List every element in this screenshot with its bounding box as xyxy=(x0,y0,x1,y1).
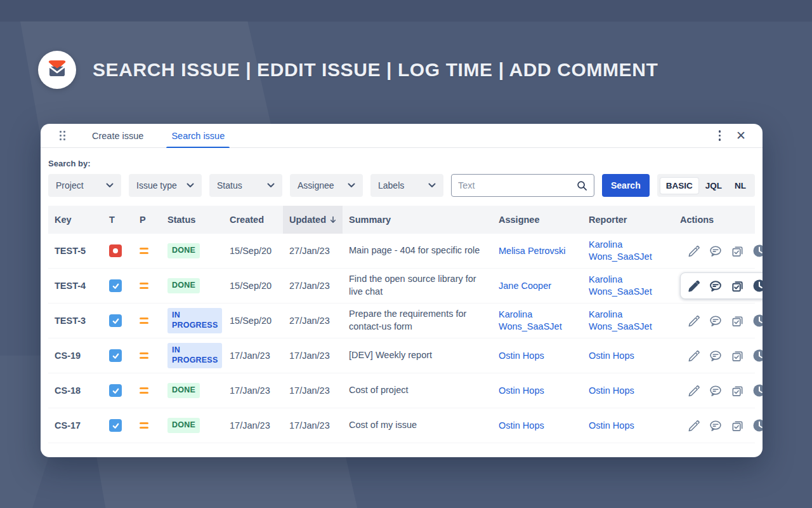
filter-labels-label: Labels xyxy=(378,180,404,190)
comment-icon[interactable] xyxy=(709,419,723,432)
text-search-field[interactable] xyxy=(451,174,594,197)
mode-jql[interactable]: JQL xyxy=(700,178,728,194)
edit-icon[interactable] xyxy=(687,314,700,328)
filter-issue-type[interactable]: Issue type xyxy=(129,174,202,197)
row-actions xyxy=(680,307,763,334)
status-badge: IN PROGRESS xyxy=(167,308,222,333)
filter-assignee[interactable]: Assignee xyxy=(290,174,363,197)
reporter-link[interactable]: Karolina Wons_SaaSJet xyxy=(589,309,667,333)
subtask-icon[interactable] xyxy=(731,384,744,398)
subtask-icon[interactable] xyxy=(731,349,744,363)
log-time-icon[interactable] xyxy=(752,314,763,328)
col-status[interactable]: Status xyxy=(161,206,223,234)
assignee-link[interactable]: Jane Cooper xyxy=(499,280,551,292)
log-time-icon[interactable] xyxy=(752,418,763,432)
tab-create-issue[interactable]: Create issue xyxy=(89,124,146,147)
issue-summary: Prepare the requirements for contact-us … xyxy=(343,304,492,338)
col-reporter[interactable]: Reporter xyxy=(582,206,674,234)
row-actions xyxy=(680,272,763,299)
log-time-icon[interactable] xyxy=(752,384,763,398)
updated-date: 27/Jan/23 xyxy=(283,304,343,338)
mode-basic[interactable]: BASIC xyxy=(660,178,698,194)
kebab-menu-icon[interactable] xyxy=(715,128,725,144)
log-time-icon[interactable] xyxy=(752,279,763,293)
filter-project[interactable]: Project xyxy=(48,174,121,197)
issue-summary: Cost of project xyxy=(343,373,492,408)
reporter-link[interactable]: Karolina Wons_SaaSJet xyxy=(589,239,667,263)
table-row[interactable]: TEST-4 DONE 15/Sep/20 27/Jan/23 Find the… xyxy=(48,269,755,304)
edit-icon[interactable] xyxy=(687,419,700,432)
reporter-link[interactable]: Ostin Hops xyxy=(589,385,634,397)
subtask-icon[interactable] xyxy=(731,244,744,258)
reporter-link[interactable]: Karolina Wons_SaaSJet xyxy=(589,274,667,298)
col-actions[interactable]: Actions xyxy=(674,206,755,234)
assignee-link[interactable]: Melisa Petrovski xyxy=(499,245,566,257)
priority-medium-icon xyxy=(140,387,148,394)
log-time-icon[interactable] xyxy=(752,244,763,258)
chevron-down-icon xyxy=(106,183,114,188)
search-input[interactable] xyxy=(458,180,577,190)
col-priority[interactable]: P xyxy=(133,206,161,234)
priority-medium-icon xyxy=(140,283,148,289)
issue-summary: [DEV] Weekly report xyxy=(343,338,492,373)
task-icon xyxy=(109,349,122,362)
assignee-link[interactable]: Ostin Hops xyxy=(499,350,544,362)
mode-nl[interactable]: NL xyxy=(729,178,752,194)
table-row[interactable]: CS-18 DONE 17/Jan/23 17/Jan/23 Cost of p… xyxy=(48,373,755,408)
status-badge: DONE xyxy=(167,418,200,433)
status-badge: DONE xyxy=(167,383,200,398)
table-row[interactable]: CS-17 DONE 17/Jan/23 17/Jan/23 Cost of m… xyxy=(48,408,755,443)
issue-key: CS-19 xyxy=(48,338,103,373)
search-button[interactable]: Search xyxy=(602,174,650,197)
col-assignee[interactable]: Assignee xyxy=(492,206,582,234)
col-created[interactable]: Created xyxy=(223,206,283,234)
created-date: 17/Jan/23 xyxy=(223,408,283,443)
comment-icon[interactable] xyxy=(709,314,723,328)
col-summary[interactable]: Summary xyxy=(343,206,492,234)
reporter-link[interactable]: Ostin Hops xyxy=(589,350,634,362)
subtask-icon[interactable] xyxy=(731,419,744,432)
issue-key: TEST-3 xyxy=(48,304,103,338)
assignee-link[interactable]: Ostin Hops xyxy=(499,420,544,432)
task-icon xyxy=(109,419,122,432)
filter-status[interactable]: Status xyxy=(209,174,282,197)
sort-desc-icon xyxy=(330,215,336,224)
table-row[interactable]: TEST-5 DONE 15/Sep/20 27/Jan/23 Main pag… xyxy=(48,234,755,269)
comment-icon[interactable] xyxy=(709,244,723,258)
assignee-link[interactable]: Ostin Hops xyxy=(499,385,544,397)
page-title: SEARCH ISSUE | EDDIT ISSUE | LOG TIME | … xyxy=(93,59,658,81)
col-updated-sorted[interactable]: Updated xyxy=(283,206,343,234)
edit-icon[interactable] xyxy=(687,279,700,293)
comment-icon[interactable] xyxy=(709,279,723,293)
table-row[interactable]: TEST-3 IN PROGRESS 15/Sep/20 27/Jan/23 P… xyxy=(48,304,755,338)
priority-medium-icon xyxy=(140,352,148,359)
comment-icon[interactable] xyxy=(709,349,723,363)
magnifier-icon xyxy=(577,180,587,191)
edit-icon[interactable] xyxy=(687,244,700,258)
bug-icon xyxy=(109,244,122,257)
task-icon xyxy=(109,314,122,327)
table-row[interactable]: CS-19 IN PROGRESS 17/Jan/23 17/Jan/23 [D… xyxy=(48,338,755,373)
col-type[interactable]: T xyxy=(103,206,133,234)
log-time-icon[interactable] xyxy=(752,349,763,363)
edit-icon[interactable] xyxy=(687,384,700,398)
tab-search-issue[interactable]: Search issue xyxy=(169,124,227,147)
assignee-link[interactable]: Karolina Wons_SaaSJet xyxy=(499,309,576,333)
chevron-down-icon xyxy=(428,183,436,188)
envelope-icon xyxy=(44,56,70,84)
filter-labels[interactable]: Labels xyxy=(370,174,443,197)
priority-medium-icon xyxy=(140,422,148,429)
edit-icon[interactable] xyxy=(687,349,700,363)
row-actions xyxy=(680,342,763,369)
updated-date: 17/Jan/23 xyxy=(283,338,343,373)
app-logo xyxy=(38,51,76,89)
window-tabbar: Create issue Search issue ✕ xyxy=(41,124,763,148)
drag-handle-icon[interactable] xyxy=(60,131,65,140)
subtask-icon[interactable] xyxy=(731,314,744,328)
comment-icon[interactable] xyxy=(709,384,723,398)
col-key[interactable]: Key xyxy=(48,206,103,234)
subtask-icon[interactable] xyxy=(731,279,744,293)
reporter-link[interactable]: Ostin Hops xyxy=(589,420,634,432)
close-icon[interactable]: ✕ xyxy=(733,128,749,143)
updated-date: 17/Jan/23 xyxy=(283,408,343,443)
